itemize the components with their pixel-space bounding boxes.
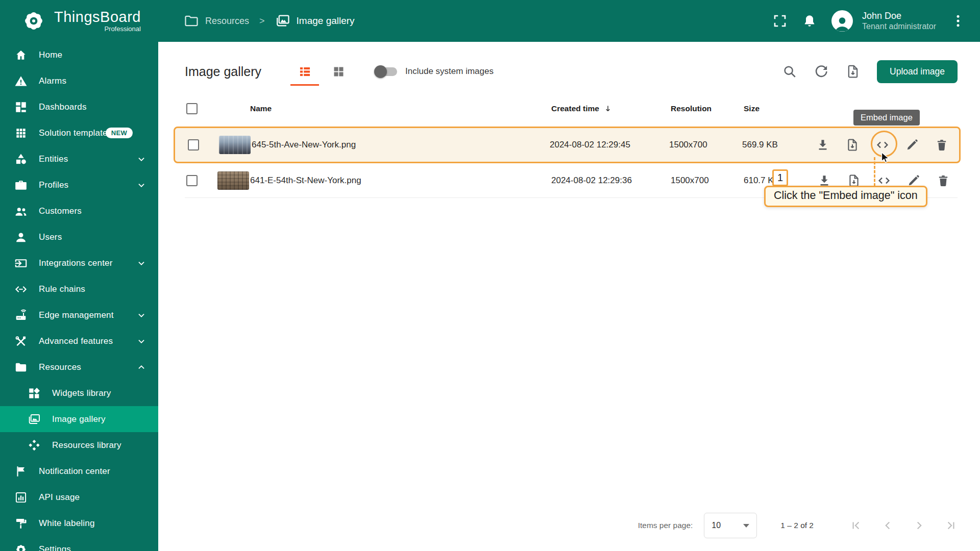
sidebar-item-home[interactable]: Home (0, 42, 158, 68)
created-time: 2024-08-02 12:29:45 (550, 140, 669, 150)
first-page-button[interactable] (849, 519, 863, 532)
last-page-button[interactable] (944, 519, 958, 532)
search-icon[interactable] (782, 64, 797, 79)
paginator: Items per page: 10 1 – 2 of 2 (185, 509, 958, 542)
user-icon (14, 231, 28, 244)
breadcrumb-image-gallery[interactable]: Image gallery (275, 13, 355, 29)
trash-icon (936, 173, 950, 188)
sidebar-item-settings[interactable]: Settings (0, 536, 158, 551)
image-thumbnail (219, 136, 251, 154)
sidebar-item-users[interactable]: Users (0, 224, 158, 250)
row-checkbox[interactable] (186, 175, 198, 186)
include-system-images-toggle[interactable]: Include system images (376, 66, 494, 77)
page-title: Image gallery (185, 64, 261, 79)
sidebar-item-resources[interactable]: Resources (0, 354, 158, 380)
export-file-button[interactable] (845, 138, 860, 152)
resources-library-icon (28, 439, 41, 452)
person-icon (833, 14, 851, 32)
avatar[interactable] (831, 10, 853, 32)
sidebar-item-api-usage[interactable]: API usage (0, 484, 158, 510)
annotation-step-badge: 1 (772, 169, 788, 186)
sidebar-item-notification-center[interactable]: Notification center (0, 458, 158, 484)
pagination-nav (849, 519, 958, 532)
sidebar-item-profiles[interactable]: Profiles (0, 172, 158, 198)
sidebar: Home Alarms Dashboards Solution template… (0, 42, 158, 551)
sidebar-item-customers[interactable]: Customers (0, 198, 158, 224)
page-range: 1 – 2 of 2 (780, 521, 814, 530)
import-file-icon[interactable] (845, 64, 861, 79)
refresh-icon[interactable] (814, 64, 829, 79)
created-time: 2024-08-02 12:29:36 (551, 176, 671, 186)
column-header-size[interactable]: Size (744, 104, 810, 113)
file-size: 569.9 KB (742, 140, 808, 150)
chevron-down-icon (136, 154, 147, 165)
folder-icon (14, 361, 28, 374)
column-header-resolution[interactable]: Resolution (671, 104, 744, 113)
sidebar-item-advanced-features[interactable]: Advanced features (0, 328, 158, 354)
customers-icon (14, 205, 28, 218)
image-name: 645-5th-Ave-New-York.png (252, 140, 550, 150)
chevron-down-icon (743, 524, 749, 528)
sidebar-item-resources-library[interactable]: Resources library (0, 432, 158, 458)
next-page-button[interactable] (913, 519, 926, 532)
image-name: 641-E-54th-St-New-York.png (250, 176, 551, 186)
breadcrumb: Resources > Image gallery (158, 13, 772, 29)
user-info: John Doe Tenant administrator (862, 10, 936, 32)
gear-icon (14, 543, 28, 551)
entities-icon (14, 153, 28, 166)
sidebar-item-dashboards[interactable]: Dashboards (0, 94, 158, 120)
sidebar-item-image-gallery[interactable]: Image gallery (0, 406, 158, 432)
breadcrumb-resources[interactable]: Resources (184, 13, 249, 29)
column-header-created-time[interactable]: Created time (551, 104, 671, 113)
edit-button[interactable] (905, 138, 919, 152)
select-all-checkbox[interactable] (186, 103, 198, 114)
delete-button[interactable] (935, 138, 949, 152)
home-icon (14, 48, 28, 62)
fullscreen-icon[interactable] (772, 13, 788, 29)
pencil-icon (905, 138, 919, 152)
annotation-callout: Click the "Embed image" icon (764, 186, 927, 207)
view-mode-tabs (288, 57, 355, 86)
trash-icon (935, 138, 949, 152)
user-name: John Doe (862, 10, 936, 22)
sidebar-item-edge-management[interactable]: Edge management (0, 302, 158, 328)
list-view-icon (298, 65, 312, 79)
toggle-label: Include system images (405, 66, 494, 77)
row-checkbox[interactable] (188, 139, 199, 151)
sidebar-item-alarms[interactable]: Alarms (0, 68, 158, 94)
dashboards-icon (14, 101, 28, 114)
resolution: 1500x700 (671, 176, 744, 186)
previous-page-button[interactable] (881, 519, 894, 532)
grid-view-icon (332, 65, 346, 79)
integrations-icon (14, 257, 28, 270)
column-header-name[interactable]: Name (250, 104, 551, 113)
toggle-knob (374, 65, 387, 78)
widgets-icon (28, 387, 41, 400)
cursor-pointer-icon (879, 151, 892, 164)
sidebar-item-widgets-library[interactable]: Widgets library (0, 380, 158, 406)
table-row[interactable]: 645-5th-Ave-New-York.png 2024-08-02 12:2… (174, 127, 961, 163)
new-badge: NEW (106, 128, 133, 138)
list-view-tab[interactable] (288, 57, 322, 86)
sidebar-item-entities[interactable]: Entities (0, 146, 158, 172)
sidebar-item-integrations-center[interactable]: Integrations center (0, 250, 158, 276)
grid-view-tab[interactable] (322, 57, 355, 86)
items-per-page-select[interactable]: 10 (704, 513, 757, 538)
items-per-page-label: Items per page: (638, 521, 693, 530)
chevron-down-icon (136, 180, 147, 191)
sidebar-item-white-labeling[interactable]: White labeling (0, 510, 158, 536)
notifications-bell-icon[interactable] (802, 13, 817, 29)
sidebar-item-rule-chains[interactable]: Rule chains (0, 276, 158, 302)
resolution: 1500x700 (669, 140, 742, 150)
overflow-menu-icon[interactable] (950, 13, 966, 29)
chevron-down-icon (136, 258, 147, 269)
profiles-icon (14, 179, 28, 192)
logo-subtitle: Professional (104, 25, 141, 33)
upload-image-button[interactable]: Upload image (877, 60, 958, 83)
sidebar-item-solution-templates[interactable]: Solution templates NEW (0, 120, 158, 146)
download-button[interactable] (816, 138, 830, 152)
delete-button[interactable] (936, 173, 950, 188)
table-header-row: Name Created time Resolution Size (185, 91, 958, 127)
logo[interactable]: ThingsBoard Professional (0, 8, 158, 34)
flag-icon (14, 465, 28, 478)
